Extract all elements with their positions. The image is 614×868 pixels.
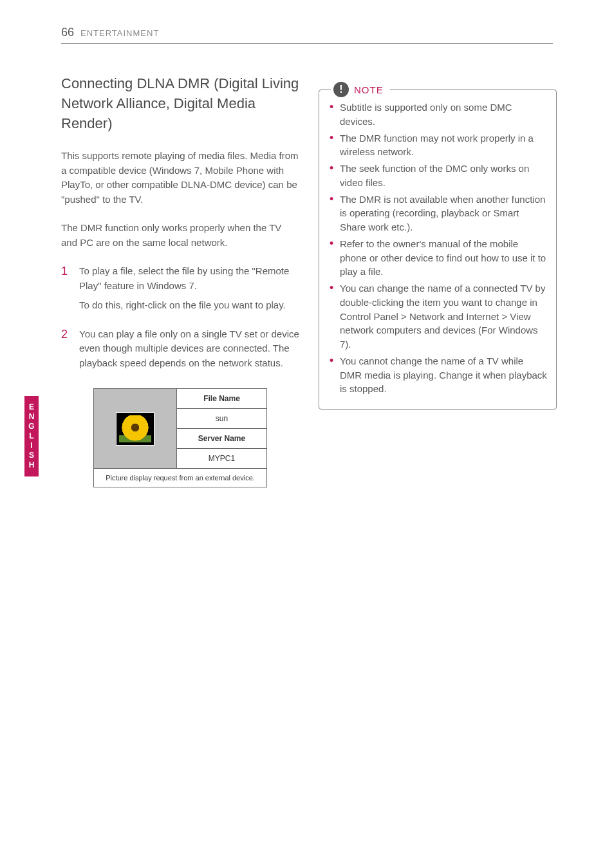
note-box: ! NOTE Subtitle is supported only on som…: [319, 90, 557, 410]
step-text: You can play a file only on a single TV …: [79, 327, 299, 371]
step-content: You can play a file only on a single TV …: [79, 327, 299, 376]
note-item: The DMR is not available when another fu…: [328, 193, 547, 234]
dialog-diagram: File Name sun Server Name MYPC1 Picture …: [93, 388, 267, 487]
step-1: 1 To play a file, select the file by usi…: [61, 264, 299, 318]
step-2: 2 You can play a file only on a single T…: [61, 327, 299, 376]
file-name-label: File Name: [176, 389, 266, 409]
steps-list: 1 To play a file, select the file by usi…: [61, 264, 299, 375]
step-number: 2: [61, 327, 79, 376]
diagram-footer: Picture display request from an external…: [94, 468, 266, 487]
left-column: Connecting DLNA DMR (Digital Living Netw…: [61, 74, 299, 487]
note-header: ! NOTE: [331, 82, 390, 97]
note-title: NOTE: [354, 84, 384, 95]
file-name-value: sun: [176, 409, 266, 429]
note-item: Subtitle is supported only on some DMC d…: [328, 100, 547, 129]
intro-para-2: The DMR function only works properly whe…: [61, 221, 299, 250]
page-header: 66 ENTERTAINMENT: [61, 26, 553, 44]
diagram-top: File Name sun Server Name MYPC1: [94, 389, 266, 468]
step-text: To do this, right-click on the file you …: [79, 298, 299, 313]
server-name-label: Server Name: [176, 429, 266, 449]
note-item: Refer to the owner's manual of the mobil…: [328, 237, 547, 279]
language-tab: ENGLISH: [24, 396, 39, 476]
alert-icon: !: [333, 82, 349, 97]
flower-image-icon: [119, 415, 151, 442]
note-item: You can change the name of a connected T…: [328, 281, 547, 352]
content-area: Connecting DLNA DMR (Digital Living Netw…: [61, 74, 553, 487]
note-list: Subtitle is supported only on some DMC d…: [328, 100, 547, 396]
step-text: To play a file, select the file by using…: [79, 264, 299, 293]
page-number: 66: [61, 26, 74, 39]
diagram-thumbnail-area: [94, 389, 176, 468]
step-number: 1: [61, 264, 79, 318]
server-name-value: MYPC1: [176, 449, 266, 468]
main-heading: Connecting DLNA DMR (Digital Living Netw…: [61, 74, 299, 133]
note-item: The seek function of the DMC only works …: [328, 162, 547, 190]
note-item: You cannot change the name of a TV while…: [328, 354, 547, 396]
right-column: ! NOTE Subtitle is supported only on som…: [319, 74, 557, 487]
section-name: ENTERTAINMENT: [80, 28, 159, 38]
intro-para-1: This supports remote playing of media fi…: [61, 149, 299, 207]
note-item: The DMR function may not work properly i…: [328, 131, 547, 160]
step-content: To play a file, select the file by using…: [79, 264, 299, 318]
thumbnail-icon: [116, 412, 154, 446]
diagram-info: File Name sun Server Name MYPC1: [176, 389, 266, 468]
